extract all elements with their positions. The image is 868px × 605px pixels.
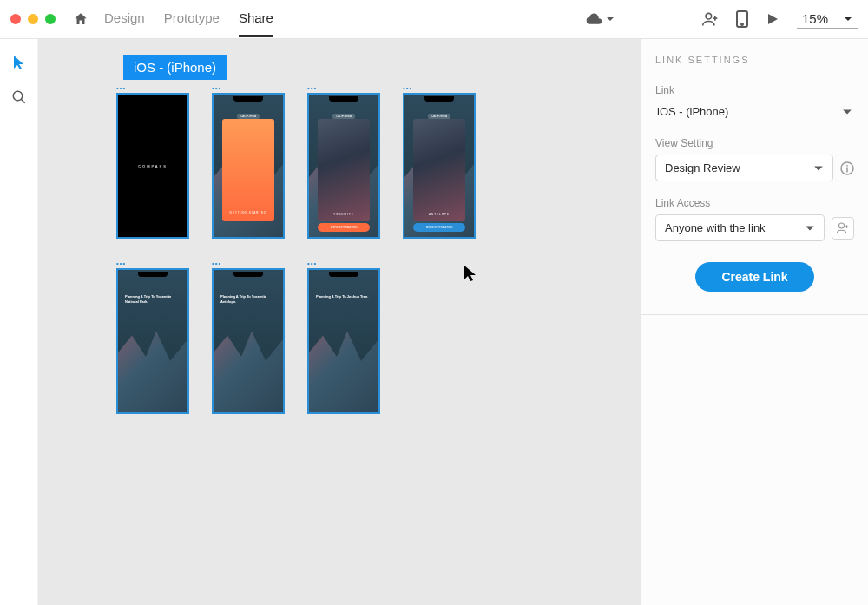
svg-point-2 bbox=[741, 23, 743, 25]
info-icon[interactable] bbox=[840, 161, 854, 175]
chevron-down-icon bbox=[606, 15, 615, 23]
mode-tabs: Design Prototype Share bbox=[104, 1, 273, 37]
article-title: Planning A Trip To Yosemite Antelope. bbox=[220, 294, 276, 304]
artboard-handle-icon: ••• bbox=[212, 260, 286, 266]
artboard[interactable]: ••• COMPASS Planning A Trip To Yosemite … bbox=[116, 260, 191, 414]
panel-title: LINK SETTINGS bbox=[655, 55, 854, 65]
artboard-handle-icon: ••• bbox=[116, 260, 191, 266]
link-label: Link bbox=[655, 84, 854, 96]
view-setting-select[interactable]: Design Review bbox=[655, 155, 833, 181]
phone-notch-icon bbox=[329, 96, 358, 102]
link-access-select[interactable]: Anyone with the link bbox=[655, 214, 825, 241]
tab-prototype[interactable]: Prototype bbox=[164, 1, 220, 37]
add-user-button[interactable] bbox=[832, 217, 854, 240]
artboard-handle-icon: ••• bbox=[212, 84, 286, 91]
link-select[interactable]: iOS - (iPhone) bbox=[655, 102, 854, 122]
link-access-label: Link Access bbox=[655, 197, 854, 209]
titlebar: Design Prototype Share 15% bbox=[0, 0, 868, 39]
close-window-button[interactable] bbox=[10, 14, 21, 24]
titlebar-right: 15% bbox=[585, 10, 858, 29]
link-access-value: Anyone with the link bbox=[665, 221, 766, 234]
play-icon[interactable] bbox=[766, 12, 779, 26]
artboard[interactable]: ••• COMPASS CALIFORNIA ANTELOPE MORE INF… bbox=[403, 84, 477, 239]
chevron-down-icon bbox=[813, 163, 824, 174]
search-icon[interactable] bbox=[11, 89, 27, 105]
view-setting-label: View Setting bbox=[655, 137, 854, 149]
maximize-window-button[interactable] bbox=[45, 14, 56, 24]
card-button: MORE INFORMATION bbox=[413, 223, 465, 232]
svg-point-0 bbox=[706, 13, 712, 19]
artboard-group-title[interactable]: iOS - (iPhone) bbox=[123, 55, 227, 80]
canvas[interactable]: iOS - (iPhone) ••• COMPASS ••• COMPASS bbox=[38, 39, 641, 605]
window-controls bbox=[10, 14, 56, 24]
article-title: Planning A Trip To Joshua Tree. bbox=[316, 294, 372, 299]
select-tool-icon[interactable] bbox=[12, 55, 26, 70]
artboard-handle-icon: ••• bbox=[403, 84, 477, 91]
tab-design[interactable]: Design bbox=[104, 1, 145, 37]
minimize-window-button[interactable] bbox=[28, 14, 38, 24]
svg-point-3 bbox=[13, 91, 23, 101]
card-button: MORE INFORMATION bbox=[318, 223, 370, 232]
artboard[interactable]: ••• COMPASS Planning A Trip To Joshua Tr… bbox=[307, 260, 382, 414]
artboard[interactable]: ••• COMPASS bbox=[116, 84, 191, 239]
card-title: ANTELOPE bbox=[413, 213, 465, 216]
artboard-handle-icon: ••• bbox=[116, 84, 191, 91]
article-title: Planning A Trip To Yosemite National Par… bbox=[125, 294, 181, 304]
cloud-icon bbox=[585, 12, 602, 26]
chevron-down-icon bbox=[805, 223, 815, 233]
artboard[interactable]: ••• COMPASS CALIFORNIA YOSEMITE MORE INF… bbox=[307, 84, 382, 239]
zoom-select[interactable]: 15% bbox=[797, 10, 858, 29]
splash-text: COMPASS bbox=[138, 164, 168, 168]
tab-share[interactable]: Share bbox=[239, 1, 273, 37]
phone-notch-icon bbox=[233, 272, 263, 277]
link-settings-panel: LINK SETTINGS Link iOS - (iPhone) View S… bbox=[641, 39, 868, 605]
phone-notch-icon bbox=[424, 96, 454, 102]
phone-notch-icon bbox=[233, 96, 263, 102]
cursor-icon bbox=[464, 265, 477, 282]
phone-notch-icon bbox=[138, 96, 168, 102]
invite-user-icon[interactable] bbox=[701, 10, 719, 28]
link-value: iOS - (iPhone) bbox=[657, 105, 728, 118]
artboard-grid: ••• COMPASS ••• COMPASS CALIFORNIA GETTI… bbox=[116, 84, 477, 414]
artboard[interactable]: ••• COMPASS Planning A Trip To Yosemite … bbox=[212, 260, 286, 414]
card-title: GETTING STARTED bbox=[230, 211, 267, 214]
artboard-handle-icon: ••• bbox=[307, 84, 382, 91]
cloud-sync-menu[interactable] bbox=[585, 12, 615, 26]
zoom-value: 15% bbox=[802, 11, 828, 26]
home-icon[interactable] bbox=[73, 11, 89, 27]
chevron-down-icon bbox=[842, 107, 852, 117]
phone-notch-icon bbox=[329, 272, 358, 277]
view-setting-value: Design Review bbox=[665, 161, 740, 174]
chevron-down-icon bbox=[844, 15, 852, 23]
mobile-preview-icon[interactable] bbox=[736, 10, 748, 28]
phone-notch-icon bbox=[138, 272, 168, 277]
create-link-button[interactable]: Create Link bbox=[695, 262, 813, 292]
tool-sidebar bbox=[0, 39, 38, 605]
svg-point-5 bbox=[839, 223, 845, 228]
artboard-handle-icon: ••• bbox=[307, 260, 382, 266]
card-title: YOSEMITE bbox=[318, 213, 370, 216]
divider bbox=[641, 314, 868, 315]
artboard[interactable]: ••• COMPASS CALIFORNIA GETTING STARTED bbox=[212, 84, 286, 239]
